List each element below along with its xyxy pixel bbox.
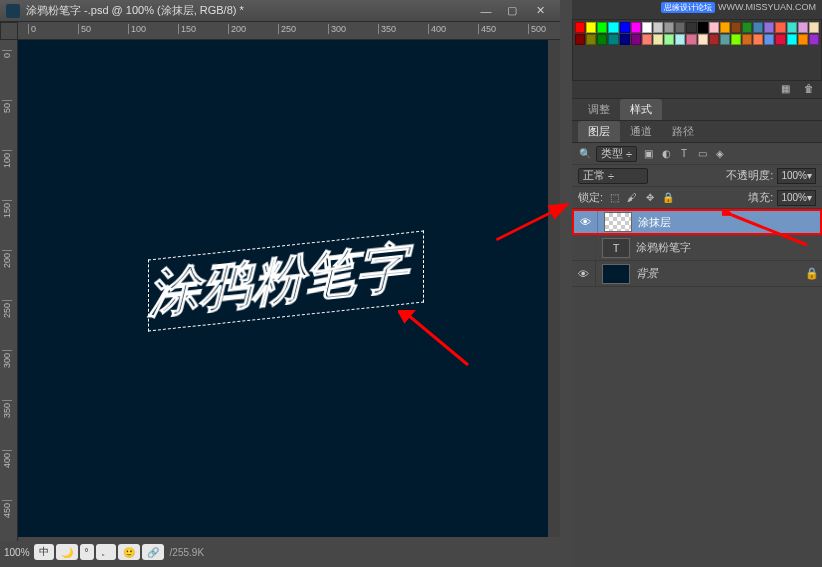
- watermark: 思缘设计论坛 WWW.MISSYUAN.COM: [572, 0, 822, 19]
- swatch[interactable]: [620, 34, 630, 45]
- swatch[interactable]: [597, 22, 607, 33]
- lock-row: 锁定: ⬚ 🖌 ✥ 🔒 填充: 100% ▾: [572, 187, 822, 209]
- swatch[interactable]: [787, 34, 797, 45]
- blend-row: 正常 ÷ 不透明度: 100% ▾: [572, 165, 822, 187]
- lock-transparency-icon[interactable]: ⬚: [607, 191, 621, 205]
- filter-smart-icon[interactable]: ◈: [713, 147, 727, 161]
- panel-group-1-tabs: 调整 样式: [572, 99, 822, 121]
- swatch[interactable]: [720, 22, 730, 33]
- document-window: 涂鸦粉笔字 -.psd @ 100% (涂抹层, RGB/8) * — ▢ ✕ …: [0, 0, 560, 567]
- lock-position-icon[interactable]: ✥: [643, 191, 657, 205]
- swatch[interactable]: [698, 22, 708, 33]
- swatch[interactable]: [798, 22, 808, 33]
- swatch[interactable]: [675, 34, 685, 45]
- swatch[interactable]: [631, 22, 641, 33]
- swatch[interactable]: [775, 22, 785, 33]
- panels: 思缘设计论坛 WWW.MISSYUAN.COM ▦ 🗑 调整 样式 图层 通道 …: [572, 0, 822, 567]
- layer-smudge[interactable]: 👁 涂抹层: [572, 209, 822, 235]
- swatch[interactable]: [742, 22, 752, 33]
- ps-icon: [6, 4, 20, 18]
- swatch[interactable]: [586, 22, 596, 33]
- swatch[interactable]: [642, 34, 652, 45]
- swatch[interactable]: [608, 34, 618, 45]
- swatch[interactable]: [753, 34, 763, 45]
- maximize-button[interactable]: ▢: [500, 3, 524, 19]
- swatch[interactable]: [586, 34, 596, 45]
- ruler-vertical[interactable]: 0 50 100 150 200 250 300 350 400 450: [0, 40, 18, 541]
- visibility-toggle[interactable]: [572, 235, 596, 260]
- svg-line-0: [408, 315, 468, 365]
- swatch[interactable]: [809, 22, 819, 33]
- filter-kind-dropdown[interactable]: 类型 ÷: [596, 146, 637, 162]
- opacity-input[interactable]: 100% ▾: [777, 168, 816, 184]
- lock-label: 锁定:: [578, 190, 603, 205]
- swatch[interactable]: [597, 34, 607, 45]
- swatches-panel[interactable]: [572, 19, 822, 81]
- visibility-toggle[interactable]: 👁: [572, 261, 596, 286]
- title-bar[interactable]: 涂鸦粉笔字 -.psd @ 100% (涂抹层, RGB/8) * — ▢ ✕: [0, 0, 560, 22]
- lock-all-icon[interactable]: 🔒: [661, 191, 675, 205]
- swatch[interactable]: [575, 22, 585, 33]
- layer-background[interactable]: 👁 背景 🔒: [572, 261, 822, 287]
- swatch[interactable]: [686, 22, 696, 33]
- swatch[interactable]: [731, 34, 741, 45]
- tab-paths[interactable]: 路径: [662, 121, 704, 142]
- swatch[interactable]: [620, 22, 630, 33]
- tab-channels[interactable]: 通道: [620, 121, 662, 142]
- lock-image-icon[interactable]: 🖌: [625, 191, 639, 205]
- layer-thumbnail[interactable]: [604, 212, 632, 232]
- scrollbar-vertical[interactable]: [548, 40, 560, 537]
- selection-text: 涂鸦粉笔字: [148, 230, 424, 331]
- layer-thumbnail[interactable]: [602, 264, 630, 284]
- swatch[interactable]: [575, 34, 585, 45]
- swatch[interactable]: [775, 34, 785, 45]
- swatch[interactable]: [653, 22, 663, 33]
- swatch[interactable]: [787, 22, 797, 33]
- filter-adjust-icon[interactable]: ◐: [659, 147, 673, 161]
- delete-swatch-icon[interactable]: 🗑: [802, 81, 816, 95]
- window-buttons: — ▢ ✕: [472, 3, 554, 19]
- swatch[interactable]: [709, 22, 719, 33]
- new-swatch-icon[interactable]: ▦: [778, 81, 792, 95]
- layers-panel-tabs: 图层 通道 路径: [572, 121, 822, 143]
- swatch[interactable]: [753, 22, 763, 33]
- tab-adjustments[interactable]: 调整: [578, 99, 620, 120]
- swatch[interactable]: [675, 22, 685, 33]
- swatch[interactable]: [809, 34, 819, 45]
- visibility-toggle[interactable]: 👁: [574, 211, 598, 233]
- lock-icon: 🔒: [802, 267, 822, 280]
- layer-text[interactable]: T 涂鸦粉笔字: [572, 235, 822, 261]
- swatch[interactable]: [686, 34, 696, 45]
- close-button[interactable]: ✕: [526, 3, 554, 19]
- annotation-arrow-1: [398, 310, 478, 374]
- swatch[interactable]: [664, 22, 674, 33]
- swatch[interactable]: [731, 22, 741, 33]
- swatch[interactable]: [764, 22, 774, 33]
- swatch[interactable]: [608, 22, 618, 33]
- swatch[interactable]: [664, 34, 674, 45]
- swatch[interactable]: [653, 34, 663, 45]
- swatch[interactable]: [642, 22, 652, 33]
- swatch[interactable]: [720, 34, 730, 45]
- tab-styles[interactable]: 样式: [620, 99, 662, 120]
- filter-shape-icon[interactable]: ▭: [695, 147, 709, 161]
- text-icon[interactable]: T: [602, 238, 630, 258]
- swatch[interactable]: [631, 34, 641, 45]
- swatch[interactable]: [698, 34, 708, 45]
- zoom-level[interactable]: 100%: [4, 547, 30, 558]
- status-pills: 中 🌙 ° 。 🙂 🔗: [34, 544, 164, 560]
- status-bar: 100% 中 🌙 ° 。 🙂 🔗 /255.9K: [0, 537, 560, 567]
- search-icon[interactable]: 🔍: [578, 147, 592, 161]
- ruler-horizontal[interactable]: 0 50 100 150 200 250 300 350 400 450 500: [18, 22, 560, 40]
- canvas[interactable]: 涂鸦粉笔字: [18, 40, 548, 537]
- blend-mode-dropdown[interactable]: 正常 ÷: [578, 168, 648, 184]
- filter-pixel-icon[interactable]: ▣: [641, 147, 655, 161]
- minimize-button[interactable]: —: [474, 3, 498, 19]
- swatch[interactable]: [709, 34, 719, 45]
- filter-type-icon[interactable]: T: [677, 147, 691, 161]
- fill-input[interactable]: 100% ▾: [777, 190, 816, 206]
- swatch[interactable]: [764, 34, 774, 45]
- tab-layers[interactable]: 图层: [578, 121, 620, 142]
- swatch[interactable]: [742, 34, 752, 45]
- swatch[interactable]: [798, 34, 808, 45]
